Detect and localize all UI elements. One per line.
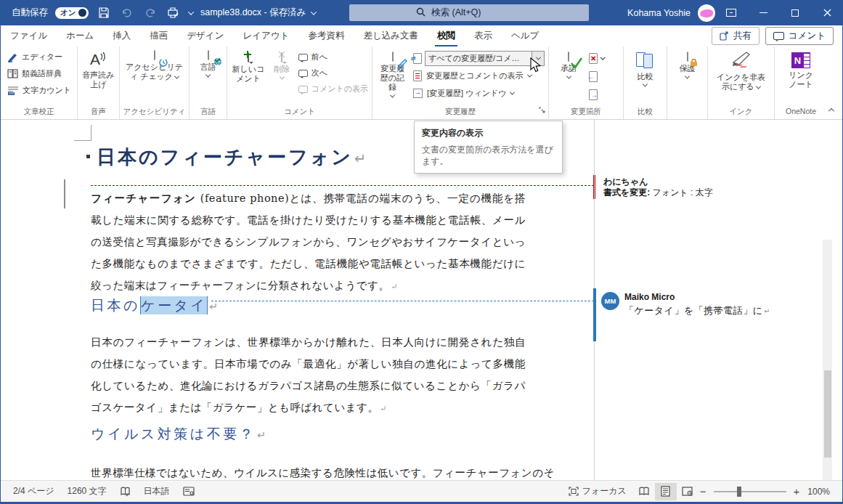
compare-button[interactable]: 比較	[629, 48, 662, 88]
word-count-button[interactable]: 123 文字カウント	[5, 83, 73, 98]
word-count-indicator[interactable]: 1260 文字	[61, 481, 113, 502]
language-button[interactable]: 言語	[191, 48, 225, 78]
tab-view[interactable]: 表示	[465, 25, 502, 46]
read-aloud-button[interactable]: A 音声読み上げ	[79, 48, 118, 90]
document-title[interactable]: sample38.docx - 保存済み	[200, 0, 316, 25]
revision-author: わにちゃん	[603, 176, 713, 187]
tooltip-body: 文書の変更箇所の表示方法を選びます。	[422, 144, 555, 167]
undo-icon[interactable]	[119, 5, 135, 21]
collapse-ribbon-icon[interactable]	[829, 103, 834, 116]
group-ink: インクを非表示にする インク	[708, 46, 775, 119]
compare-icon	[636, 52, 655, 70]
show-comments-icon	[298, 86, 308, 93]
show-markup-button[interactable]: 変更履歴とコメントの表示	[411, 68, 547, 84]
group-label-tracking: 変更履歴	[374, 105, 547, 119]
print-layout-button[interactable]	[655, 483, 677, 500]
editor-pen-icon	[7, 52, 18, 62]
web-layout-button[interactable]	[677, 483, 699, 500]
proofing-status-icon[interactable]	[113, 481, 137, 502]
scrollbar-thumb[interactable]	[824, 370, 831, 458]
previous-comment-button[interactable]: 前へ	[296, 49, 370, 65]
share-button[interactable]: 共有	[712, 27, 759, 45]
delete-comment-button[interactable]: 削除	[268, 48, 296, 81]
print-preview-icon[interactable]	[166, 5, 182, 21]
track-changes-status-icon[interactable]	[176, 481, 201, 502]
reject-button[interactable]: ✕	[587, 51, 607, 66]
vertical-scrollbar[interactable]	[823, 240, 832, 480]
thesaurus-button[interactable]: 類義語辞典	[5, 66, 64, 81]
save-icon[interactable]	[96, 5, 112, 21]
revision-note[interactable]: わにちゃん 書式を変更: フォント : 太字	[603, 176, 713, 198]
group-accessibility: アクセシビリティ チェック アクセシビリティ	[120, 46, 190, 119]
linked-notes-button[interactable]: N リンクノート	[783, 48, 818, 90]
protect-icon	[687, 52, 688, 62]
next-comment-button[interactable]: 次へ	[296, 65, 370, 81]
document-canvas[interactable]: 日本のフィーチャーフォン↵ フィーチャーフォン (feature phone)と…	[1, 120, 833, 480]
hide-ink-button[interactable]: インクを非表示にする	[711, 48, 772, 92]
pilcrow-mark: ↵	[765, 307, 770, 315]
quick-access-chevron-icon[interactable]	[187, 9, 193, 15]
tracking-dialog-launcher[interactable]	[539, 104, 546, 117]
tab-layout[interactable]: レイアウト	[233, 25, 298, 46]
comment-avatar[interactable]: MM	[601, 292, 619, 310]
ribbon-display-options-icon[interactable]	[715, 0, 747, 25]
zoom-level[interactable]: 100%	[801, 487, 836, 497]
group-label-protect	[669, 105, 706, 119]
svg-text:123: 123	[9, 92, 14, 95]
read-mode-button[interactable]	[633, 483, 655, 500]
comment-highlight[interactable]: ケータイ	[140, 296, 208, 314]
group-label-onenote: OneNote	[776, 105, 826, 119]
new-comment-button[interactable]: 新しいコメント	[229, 48, 268, 84]
group-label-accessibility: アクセシビリティ	[121, 105, 187, 119]
user-name[interactable]: Kohama Yoshie	[627, 8, 691, 18]
zoom-out-button[interactable]: −	[699, 485, 708, 497]
tab-help[interactable]: ヘルプ	[502, 25, 548, 46]
ribbon: エディター 類義語辞典 123 文字カウント 文章校正 A 音声読み上げ	[1, 46, 842, 120]
zoom-slider[interactable]	[714, 491, 786, 492]
tab-mailings[interactable]: 差し込み文書	[354, 25, 428, 46]
tab-references[interactable]: 参考資料	[298, 25, 354, 46]
comment-text[interactable]: 「ケータイ」を「携帯電話」に↵	[624, 304, 770, 317]
reviewing-pane-button[interactable]: → [変更履歴] ウィンドウ	[411, 86, 547, 101]
zoom-in-button[interactable]: +	[792, 485, 802, 497]
editor-button[interactable]: エディター	[5, 49, 65, 65]
comments-button[interactable]: コメント	[765, 27, 834, 45]
autosave-toggle[interactable]: オン	[55, 7, 89, 19]
previous-change-button[interactable]: ←	[587, 69, 607, 84]
minimize-button[interactable]	[747, 0, 779, 25]
search-box[interactable]: 検索 (Alt+Q)	[349, 4, 589, 21]
delete-comment-icon	[281, 53, 282, 62]
group-label-changes: 変更箇所	[550, 105, 622, 119]
zoom-slider-handle[interactable]	[737, 487, 741, 497]
comment-leader-line-blue	[211, 301, 594, 301]
redo-icon[interactable]	[142, 5, 158, 21]
search-icon	[416, 7, 425, 19]
track-changes-button[interactable]: 変更履歴の記録	[374, 48, 411, 99]
display-for-review-combo[interactable]: すべての変更履歴/コメ…	[425, 51, 545, 66]
heading-1: 日本のフィーチャーフォン↵	[86, 145, 366, 170]
tab-draw[interactable]: 描画	[140, 25, 177, 46]
change-bar	[64, 179, 65, 208]
group-label-language: 言語	[191, 105, 225, 119]
language-indicator[interactable]: 日本語	[137, 481, 176, 502]
focus-mode-button[interactable]: フォーカス	[562, 485, 633, 497]
maximize-button[interactable]	[779, 0, 811, 25]
user-avatar[interactable]	[698, 4, 715, 22]
next-change-button[interactable]: →	[587, 87, 607, 102]
accept-button[interactable]: 承諾	[550, 48, 587, 80]
accessibility-check-button[interactable]: アクセシビリティ チェック	[121, 48, 187, 82]
page-indicator[interactable]: 2/4 ページ	[7, 481, 61, 502]
close-button[interactable]	[811, 0, 843, 25]
group-label-comments: コメント	[229, 105, 370, 119]
heading-3: ウイルス対策は不要？↵	[91, 425, 266, 444]
protect-button[interactable]: 保護	[672, 48, 704, 80]
tab-review[interactable]: 校閲	[428, 25, 465, 46]
tab-home[interactable]: ホーム	[57, 25, 103, 46]
tab-file[interactable]: ファイル	[1, 25, 57, 46]
show-comments-button[interactable]: コメントの表示	[296, 81, 370, 97]
tab-insert[interactable]: 挿入	[103, 25, 140, 46]
revision-leader-line-red	[91, 185, 594, 186]
tab-design[interactable]: デザイン	[177, 25, 233, 46]
group-label-speech: 音声	[79, 105, 118, 119]
outline-bullet[interactable]	[86, 155, 90, 158]
